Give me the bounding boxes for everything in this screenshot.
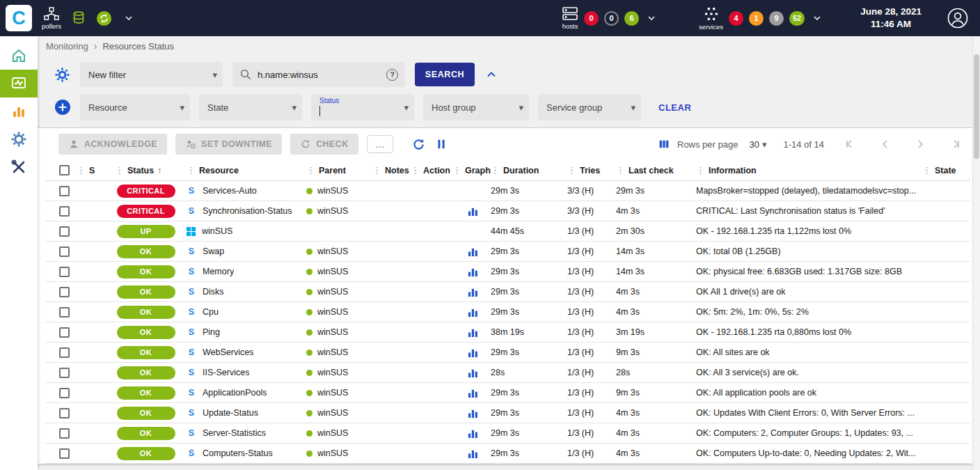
drag-handle-icon[interactable]: ⋮ (567, 165, 576, 175)
parent-name[interactable]: winSUS (317, 428, 348, 438)
parent-name[interactable]: winSUS (317, 347, 348, 357)
table-row[interactable]: OK S Server-Statistics winSUS (45, 423, 970, 444)
row-checkbox[interactable] (59, 448, 70, 459)
previous-page-button[interactable] (871, 134, 899, 154)
service-group-filter-dropdown[interactable]: Service group ▾ (538, 94, 641, 120)
parent-name[interactable]: winSUS (317, 186, 348, 196)
drag-handle-icon[interactable]: ⋮ (452, 165, 461, 175)
table-row[interactable]: OK S Cpu winSUS (45, 302, 970, 322)
row-checkbox[interactable] (59, 428, 70, 439)
first-page-button[interactable] (837, 134, 864, 154)
hosts-chevron-down-icon[interactable] (646, 13, 657, 24)
resource-name[interactable]: Services-Auto (203, 186, 257, 196)
table-row[interactable]: OK S Update-Status winSUS (45, 403, 970, 423)
resource-name[interactable]: ApplicationPools (203, 388, 267, 398)
add-criteria-button[interactable] (54, 99, 71, 116)
resource-name[interactable]: Cpu (203, 307, 219, 317)
table-row[interactable]: CRITICAL S Services-Auto winSUS (45, 181, 970, 201)
row-checkbox[interactable] (59, 246, 70, 257)
column-header-duration[interactable]: ⋮ Duration (491, 165, 567, 175)
edit-columns-button[interactable] (658, 138, 670, 150)
drag-handle-icon[interactable]: ⋮ (115, 165, 124, 175)
graph-icon[interactable] (468, 206, 478, 217)
graph-icon[interactable] (468, 267, 478, 277)
parent-name[interactable]: winSUS (317, 368, 348, 377)
graph-icon[interactable] (468, 448, 478, 459)
table-row[interactable]: OK S Memory winSUS (45, 262, 970, 282)
column-header-graph[interactable]: ⋮ Graph (452, 165, 491, 175)
refresh-button[interactable] (411, 137, 426, 152)
more-actions-button[interactable]: ... (367, 135, 393, 153)
graph-icon[interactable] (468, 327, 478, 338)
parent-name[interactable]: winSUS (317, 206, 348, 216)
collapse-filters-button[interactable] (484, 68, 498, 81)
hosts-up-count[interactable]: 6 (624, 11, 639, 26)
filter-settings-button[interactable] (54, 67, 70, 83)
row-checkbox[interactable] (59, 347, 70, 358)
column-header-tries[interactable]: ⋮ Tries (567, 165, 616, 175)
drag-handle-icon[interactable]: ⋮ (411, 165, 420, 175)
column-header-state[interactable]: ⋮ State (922, 165, 970, 175)
column-header-information[interactable]: ⋮ Information (696, 165, 922, 175)
services-critical-count[interactable]: 4 (729, 11, 743, 26)
column-header-severity[interactable]: ⋮ S (77, 165, 115, 175)
search-input[interactable] (258, 70, 381, 80)
scrollbar-thumb[interactable] (974, 54, 979, 159)
hosts-down-count[interactable]: 0 (584, 11, 599, 26)
table-row[interactable]: OK S Computers-Status winSUS (45, 444, 970, 464)
resource-name[interactable]: Swap (203, 246, 224, 256)
parent-name[interactable]: winSUS (317, 287, 348, 297)
sidebar-item-reporting[interactable] (0, 97, 38, 125)
database-menu[interactable] (71, 10, 86, 26)
table-row[interactable]: OK S Disks winSUS (45, 282, 970, 302)
parent-name[interactable]: winSUS (317, 327, 348, 337)
resource-name[interactable]: Synchronisation-Status (203, 206, 292, 216)
sort-ascending-icon[interactable]: ↑ (157, 166, 161, 175)
select-all-checkbox[interactable] (59, 165, 70, 175)
row-checkbox[interactable] (59, 327, 70, 338)
graph-icon[interactable] (468, 287, 478, 297)
sidebar-item-monitoring[interactable] (0, 70, 38, 97)
column-header-resource[interactable]: ⋮ Resource (187, 165, 306, 175)
vertical-scrollbar[interactable] (972, 36, 980, 470)
table-row[interactable]: UP S winSUS (45, 221, 970, 242)
parent-name[interactable]: winSUS (317, 307, 348, 317)
row-checkbox[interactable] (59, 368, 70, 378)
graph-icon[interactable] (468, 428, 478, 439)
row-checkbox[interactable] (59, 388, 70, 398)
drag-handle-icon[interactable]: ⋮ (306, 165, 315, 175)
table-row[interactable]: OK S WebServices winSUS (45, 343, 970, 363)
rows-per-page-select[interactable]: 30 ▾ (749, 139, 766, 150)
graph-icon[interactable] (468, 307, 478, 318)
column-header-action[interactable]: ⋮ Action (411, 165, 452, 175)
table-row[interactable]: OK S Ping winSUS (45, 322, 970, 343)
row-checkbox[interactable] (59, 267, 70, 277)
row-checkbox[interactable] (59, 408, 70, 418)
hosts-pending-count[interactable]: 0 (604, 11, 619, 26)
sidebar-item-configuration[interactable] (0, 125, 38, 153)
services-ok-count[interactable]: 52 (789, 11, 805, 26)
column-header-parent[interactable]: ⋮ Parent (306, 165, 372, 175)
resource-name[interactable]: Server-Statistics (203, 428, 266, 438)
services-warning-count[interactable]: 1 (749, 11, 764, 26)
row-checkbox[interactable] (59, 287, 70, 297)
parent-name[interactable]: winSUS (317, 267, 348, 276)
set-downtime-button[interactable]: SET DOWNTIME (175, 134, 282, 155)
search-button[interactable]: SEARCH (415, 63, 475, 86)
services-chevron-down-icon[interactable] (812, 13, 823, 24)
parent-name[interactable]: winSUS (317, 408, 348, 418)
parent-name[interactable]: winSUS (317, 448, 348, 458)
table-row[interactable]: OK S IIS-Services winSUS (45, 363, 970, 383)
saved-filter-select[interactable]: New filter ▾ (80, 62, 223, 87)
resource-filter-dropdown[interactable]: Resource ▾ (80, 94, 190, 120)
state-filter-dropdown[interactable]: State ▾ (199, 94, 302, 120)
graph-icon[interactable] (468, 246, 478, 257)
graph-icon[interactable] (468, 408, 478, 418)
hosts-menu[interactable]: hosts (562, 6, 578, 30)
column-header-notes[interactable]: ⋮ Notes (372, 165, 411, 175)
status-filter-dropdown[interactable]: Status ▾ (311, 94, 414, 120)
acknowledge-button[interactable]: ACKNOWLEDGE (58, 134, 167, 155)
drag-handle-icon[interactable]: ⋮ (491, 165, 500, 175)
resource-name[interactable]: Memory (203, 267, 234, 276)
search-help-icon[interactable]: ? (386, 69, 398, 81)
